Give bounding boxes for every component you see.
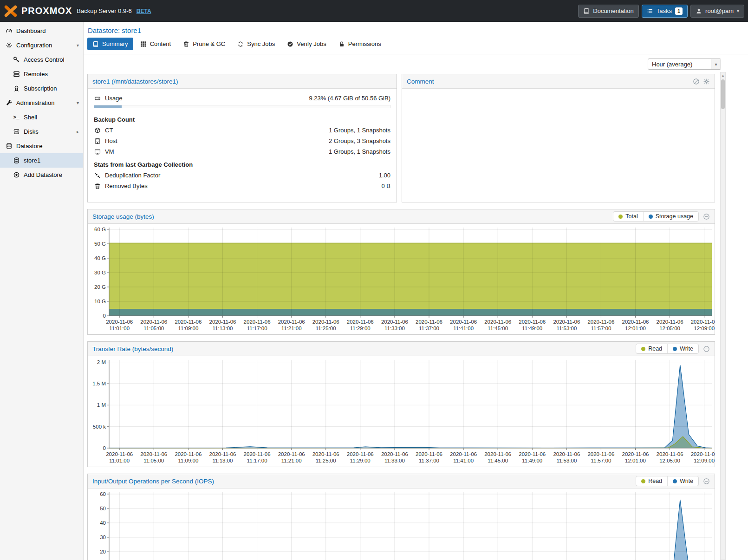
legend-item-storage-usage[interactable]: Storage usage (643, 212, 698, 221)
svg-text:2020-11-06: 2020-11-06 (587, 319, 614, 325)
svg-text:11:13:00: 11:13:00 (213, 458, 233, 463)
tasks-count-badge: 1 (675, 7, 683, 15)
chevron-down-icon[interactable]: ▾ (711, 59, 721, 69)
sidebar-item-store1[interactable]: store1 (0, 153, 83, 168)
legend-item-write[interactable]: Write (667, 476, 698, 486)
svg-text:2020-11-06: 2020-11-06 (278, 451, 305, 457)
svg-text:11:21:00: 11:21:00 (281, 458, 302, 463)
usage-value: 9.23% (4.67 GiB of 50.56 GiB) (309, 95, 390, 102)
svg-text:2020-11-06: 2020-11-06 (519, 319, 546, 325)
tab-summary[interactable]: Summary (87, 38, 133, 50)
gears-icon (5, 42, 13, 49)
user-menu-button[interactable]: root@pam ▾ (690, 5, 744, 18)
legend-item-read[interactable]: Read (636, 344, 667, 353)
svg-text:11:01:00: 11:01:00 (109, 458, 130, 463)
svg-text:11:57:00: 11:57:00 (591, 326, 611, 331)
svg-text:1.5 M: 1.5 M (92, 381, 106, 386)
chevron-down-icon[interactable]: ▾ (77, 43, 79, 48)
svg-text:20 G: 20 G (94, 284, 106, 290)
documentation-button[interactable]: Documentation (578, 5, 638, 18)
book-icon (583, 8, 590, 14)
collapse-icon[interactable] (703, 345, 710, 352)
comment-content[interactable] (402, 89, 715, 202)
svg-text:11:53:00: 11:53:00 (556, 458, 577, 463)
chart-title: Storage usage (bytes) (92, 213, 154, 220)
tab-prune-gc[interactable]: Prune & GC (178, 38, 230, 50)
sidebar-item-configuration[interactable]: Configuration ▾ (0, 38, 83, 52)
svg-text:2020-11-06: 2020-11-06 (209, 319, 236, 325)
tasks-button[interactable]: Tasks 1 (642, 5, 688, 18)
chevron-down-icon[interactable]: ▾ (77, 100, 79, 105)
tab-permissions[interactable]: Permissions (333, 38, 386, 50)
vm-value: 1 Groups, 1 Snapshots (329, 148, 390, 155)
svg-text:30 G: 30 G (94, 270, 106, 275)
sidebar-item-disks[interactable]: Disks ▸ (0, 124, 83, 139)
svg-text:11:45:00: 11:45:00 (488, 326, 508, 331)
scroll-up-arrow[interactable]: ▲ (721, 72, 725, 78)
sidebar-item-administration[interactable]: Administration ▾ (0, 96, 83, 110)
gc-stats-title: Stats from last Garbage Collection (94, 157, 390, 170)
vm-row: VM 1 Groups, 1 Snapshots (94, 146, 390, 157)
removed-bytes-value: 0 B (381, 182, 390, 189)
collapse-icon[interactable] (703, 213, 710, 220)
circle-slash-icon[interactable] (693, 78, 700, 85)
svg-text:2020-11-06: 2020-11-06 (691, 451, 715, 457)
timeframe-select[interactable]: Hour (average) ▾ (648, 59, 721, 70)
sidebar-item-access-control[interactable]: Access Control (0, 52, 83, 67)
svg-text:2020-11-06: 2020-11-06 (175, 319, 202, 325)
svg-text:50 G: 50 G (94, 241, 106, 247)
svg-text:11:09:00: 11:09:00 (178, 458, 198, 463)
sidebar-item-add-datastore[interactable]: Add Datastore (0, 168, 83, 182)
chart-legend: Read Write (636, 476, 699, 486)
svg-text:11:57:00: 11:57:00 (591, 458, 611, 463)
main-area: Datastore: store1 Summary Content Prune … (84, 22, 748, 560)
legend-item-write[interactable]: Write (667, 344, 698, 353)
cube-icon (94, 127, 101, 134)
svg-text:11:37:00: 11:37:00 (419, 326, 439, 331)
vm-label: VM (105, 148, 114, 155)
tab-verify-jobs[interactable]: Verify Jobs (282, 38, 332, 50)
scrollbar-thumb[interactable] (721, 79, 725, 109)
tab-sync-jobs[interactable]: Sync Jobs (232, 38, 280, 50)
disks-icon (13, 128, 20, 135)
documentation-label: Documentation (593, 7, 633, 14)
collapse-icon[interactable] (703, 478, 710, 485)
sidebar-item-subscription[interactable]: Subscription (0, 81, 83, 96)
sidebar-item-shell[interactable]: >_ Shell (0, 110, 83, 124)
svg-text:2020-11-06: 2020-11-06 (140, 451, 167, 457)
plus-circle-icon (13, 171, 20, 178)
grid-icon (140, 41, 147, 47)
svg-text:11:49:00: 11:49:00 (522, 326, 542, 331)
legend-item-total[interactable]: Total (613, 212, 643, 221)
chevron-right-icon[interactable]: ▸ (77, 129, 79, 134)
svg-text:2020-11-06: 2020-11-06 (519, 451, 546, 457)
sidebar-item-remotes[interactable]: Remotes (0, 67, 83, 81)
svg-text:2020-11-06: 2020-11-06 (312, 451, 339, 457)
sidebar-item-datastore[interactable]: Datastore (0, 139, 83, 153)
svg-text:2020-11-06: 2020-11-06 (450, 451, 477, 457)
user-label: root@pam (705, 7, 734, 14)
legend-dot (641, 479, 645, 483)
panel-title: store1 (/mnt/datastores/store1) (92, 78, 178, 85)
tab-content[interactable]: Content (135, 38, 176, 50)
vertical-scrollbar[interactable]: ▲ (720, 72, 726, 560)
svg-text:12:09:00: 12:09:00 (694, 326, 715, 331)
gear-icon[interactable] (703, 78, 710, 85)
book-icon (92, 41, 99, 47)
beta-link[interactable]: BETA (137, 8, 151, 14)
host-value: 2 Groups, 3 Snapshots (329, 137, 390, 144)
svg-text:2020-11-06: 2020-11-06 (691, 319, 715, 325)
transfer-rate-chart-panel: Transfer Rate (bytes/second) Read Write … (87, 341, 715, 467)
svg-text:2020-11-06: 2020-11-06 (657, 451, 683, 457)
sidebar-item-dashboard[interactable]: Dashboard (0, 24, 83, 38)
legend-item-read[interactable]: Read (636, 476, 667, 486)
store-summary-panel: store1 (/mnt/datastores/store1) Usage 9.… (87, 74, 397, 202)
chart-legend: Total Storage usage (613, 211, 699, 221)
usage-label: Usage (105, 95, 123, 102)
storage-usage-chart: 60 G50 G40 G30 G20 G10 G02020-11-0611:01… (88, 224, 715, 334)
sync-icon (237, 41, 244, 47)
chart-title: Transfer Rate (bytes/second) (92, 345, 173, 352)
backup-count-title: Backup Count (94, 112, 390, 125)
svg-text:30: 30 (100, 534, 106, 540)
svg-text:10 G: 10 G (94, 299, 106, 304)
